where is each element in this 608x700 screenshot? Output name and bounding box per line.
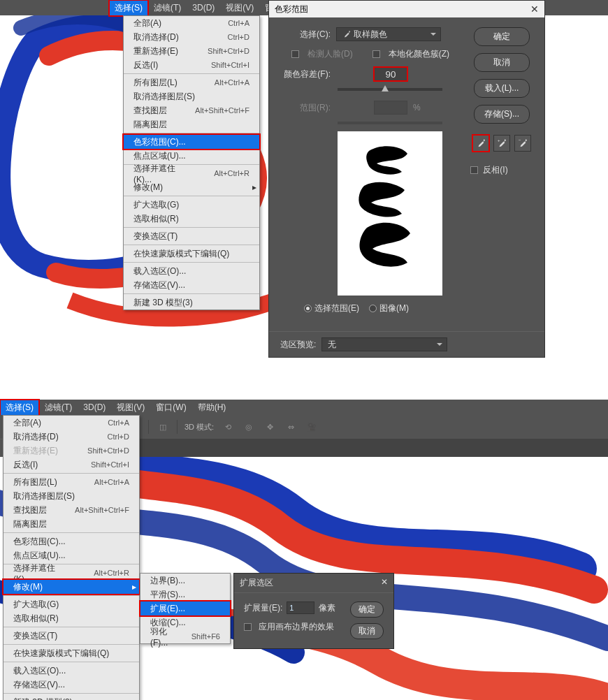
fuzziness-input[interactable]	[374, 67, 407, 81]
menu-item[interactable]: 全部(A)Ctrl+A	[3, 416, 139, 430]
3d-zoom-icon[interactable]: 🎥	[305, 420, 319, 434]
menu-item[interactable]: 选取相似(R)	[124, 212, 259, 226]
3d-slide-icon[interactable]: ⇔	[284, 420, 298, 434]
menu-item[interactable]: 载入选区(O)...	[124, 264, 259, 278]
menu-item[interactable]: 扩大选取(G)	[124, 198, 259, 212]
menu-item[interactable]: 新建 3D 模型(3)	[124, 296, 259, 309]
menu-item[interactable]: 新建 3D 模型(3)	[3, 695, 139, 700]
menu-item[interactable]: 选取相似(R)	[3, 611, 139, 625]
dialog-titlebar[interactable]: 扩展选区 ✕	[234, 574, 393, 593]
invert-checkbox[interactable]	[470, 166, 478, 174]
range-input	[374, 101, 407, 115]
expand-amount-input[interactable]	[287, 601, 314, 614]
cancel-button[interactable]: 取消	[474, 53, 530, 72]
svg-text:+: +	[498, 138, 500, 143]
localized-colors-label: 本地化颜色簇(Z)	[389, 48, 449, 60]
menu-帮助(H)[interactable]: 帮助(H)	[192, 400, 232, 416]
menu-item[interactable]: 查找图层Alt+Shift+Ctrl+F	[124, 103, 259, 117]
submenu-item[interactable]: 边界(B)...	[140, 574, 230, 588]
menubar-bottom: 选择(S)滤镜(T)3D(D)视图(V)窗口(W)帮助(H)	[0, 400, 608, 415]
menu-item[interactable]: 在快速蒙版模式下编辑(Q)	[3, 646, 139, 660]
svg-text:−: −	[519, 138, 521, 143]
preview-image	[338, 131, 442, 296]
select-menu-dropdown: 全部(A)Ctrl+A取消选择(D)Ctrl+D重新选择(E)Shift+Ctr…	[123, 15, 260, 310]
eyedropper-add-icon[interactable]: +	[493, 135, 510, 152]
selection-radio[interactable]	[304, 305, 312, 312]
localized-colors-checkbox[interactable]	[372, 50, 380, 58]
tool-icon[interactable]: ◫	[156, 420, 170, 434]
menu-item[interactable]: 变换选区(T)	[3, 629, 139, 643]
menu-item[interactable]: 修改(M)▸	[124, 180, 259, 194]
menu-item[interactable]: 焦点区域(U)...	[3, 548, 139, 562]
menu-item[interactable]: 取消选择(D)Ctrl+D	[124, 30, 259, 44]
menu-item[interactable]: 查找图层Alt+Shift+Ctrl+F	[3, 503, 139, 517]
menu-item[interactable]: 存储选区(V)...	[3, 678, 139, 692]
menu-窗口(W)[interactable]: 窗口(W)	[150, 400, 191, 416]
expand-selection-dialog: 扩展选区 ✕ 扩展量(E): 像素 应用画布边界的效果 确定 取消	[233, 573, 394, 649]
submenu-item[interactable]: 平滑(S)...	[140, 588, 230, 601]
menu-item[interactable]: 取消选择图层(S)	[3, 489, 139, 503]
menu-item[interactable]: 隔离图层	[124, 117, 259, 131]
cancel-button[interactable]: 取消	[350, 623, 384, 639]
menu-3D(D)[interactable]: 3D(D)	[78, 400, 111, 414]
menu-item[interactable]: 隔离图层	[3, 517, 139, 531]
submenu-item[interactable]: 扩展(E)...	[140, 601, 230, 615]
invert-label: 反相(I)	[483, 165, 507, 175]
menu-item[interactable]: 全部(A)Ctrl+A	[124, 16, 259, 30]
menu-滤镜(T)[interactable]: 滤镜(T)	[39, 400, 78, 416]
menu-滤镜(T)[interactable]: 滤镜(T)	[148, 0, 187, 16]
apply-canvas-label: 应用画布边界的效果	[259, 621, 334, 633]
3d-pan-icon[interactable]: ✥	[263, 420, 277, 434]
apply-canvas-checkbox[interactable]	[244, 623, 252, 631]
save-button[interactable]: 存储(S)...	[474, 105, 530, 124]
menu-item[interactable]: 反选(I)Shift+Ctrl+I	[124, 58, 259, 72]
selection-preview-dropdown[interactable]: 无	[321, 337, 447, 351]
menu-item[interactable]: 载入选区(O)...	[3, 664, 139, 678]
ok-button[interactable]: 确定	[474, 27, 530, 46]
close-icon[interactable]: ✕	[381, 577, 388, 589]
range-slider	[338, 122, 442, 124]
menu-视图(V)[interactable]: 视图(V)	[220, 0, 259, 16]
detect-faces-label: 检测人脸(D)	[307, 48, 353, 60]
load-button[interactable]: 载入(L)...	[474, 79, 530, 98]
menu-选择(S)[interactable]: 选择(S)	[109, 0, 148, 16]
ok-button[interactable]: 确定	[350, 601, 384, 618]
modify-submenu: 边界(B)...平滑(S)...扩展(E)...收缩(C)...羽化(F)...…	[140, 573, 231, 644]
image-radio[interactable]	[369, 305, 377, 312]
menu-item[interactable]: 重新选择(E)Shift+Ctrl+D	[124, 44, 259, 58]
fuzziness-label: 颜色容差(F):	[280, 68, 331, 80]
menu-item[interactable]: 所有图层(L)Alt+Ctrl+A	[3, 475, 139, 489]
menu-3D(D)[interactable]: 3D(D)	[187, 1, 220, 15]
dialog-title: 扩展选区	[240, 577, 273, 589]
menu-item[interactable]: 反选(I)Shift+Ctrl+I	[3, 458, 139, 472]
pixels-unit: 像素	[319, 602, 335, 614]
3d-mode-label: 3D 模式:	[184, 422, 214, 432]
menu-item[interactable]: 色彩范围(C)...	[3, 534, 139, 548]
close-icon[interactable]: ✕	[530, 3, 539, 15]
select-mode-dropdown[interactable]: 取样颜色	[336, 27, 441, 41]
menu-item[interactable]: 所有图层(L)Alt+Ctrl+A	[124, 75, 259, 89]
menu-item[interactable]: 修改(M)▸	[3, 580, 139, 594]
3d-roll-icon[interactable]: ◎	[242, 420, 256, 434]
dialog-titlebar[interactable]: 色彩范围 ✕	[269, 1, 544, 17]
menu-item[interactable]: 变换选区(T)	[124, 229, 259, 243]
menu-item[interactable]: 取消选择(D)Ctrl+D	[3, 430, 139, 444]
menu-视图(V)[interactable]: 视图(V)	[111, 400, 150, 416]
menu-item[interactable]: 在快速蒙版模式下编辑(Q)	[124, 247, 259, 261]
eyedropper-icon[interactable]	[472, 135, 489, 152]
menu-item[interactable]: 存储选区(V)...	[124, 278, 259, 292]
fuzziness-slider[interactable]	[338, 88, 442, 91]
menu-选择(S)[interactable]: 选择(S)	[0, 400, 39, 416]
eyedropper-subtract-icon[interactable]: −	[514, 135, 531, 152]
preview-label: 选区预览:	[280, 339, 316, 351]
3d-orbit-icon[interactable]: ⟲	[221, 420, 235, 434]
menu-item[interactable]: 取消选择图层(S)	[124, 89, 259, 103]
menu-item[interactable]: 色彩范围(C)...	[124, 135, 259, 149]
submenu-item[interactable]: 羽化(F)...Shift+F6	[140, 629, 230, 643]
eyedropper-icon	[342, 30, 351, 38]
menu-item[interactable]: 扩大选取(G)	[3, 597, 139, 611]
menu-item[interactable]: 焦点区域(U)...	[124, 149, 259, 163]
menu-item[interactable]: 选择并遮住(K)...Alt+Ctrl+R	[124, 166, 259, 180]
menu-item[interactable]: 选择并遮住(K)...Alt+Ctrl+R	[3, 566, 139, 580]
select-menu-dropdown-2: 全部(A)Ctrl+A取消选择(D)Ctrl+D重新选择(E)Shift+Ctr…	[3, 415, 140, 700]
